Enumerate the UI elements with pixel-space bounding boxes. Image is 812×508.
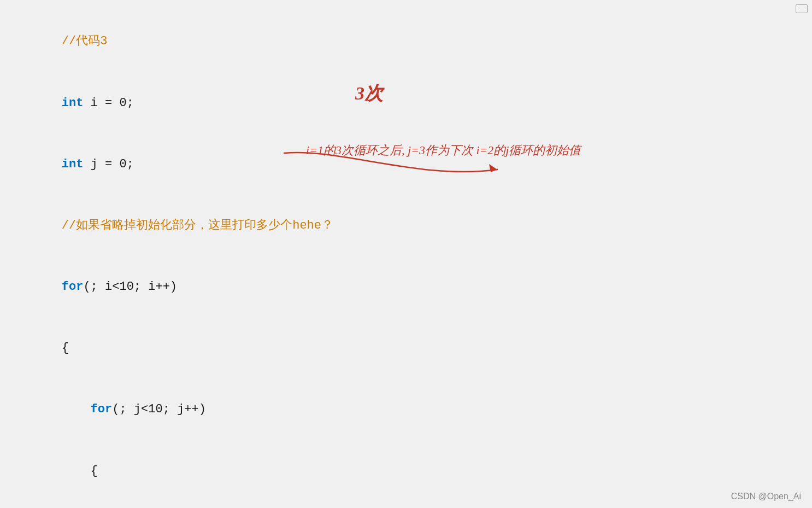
brace1-open: { <box>62 341 69 355</box>
code-line-brace1-open: { <box>33 318 779 379</box>
normal-j-val: j = 0; <box>83 157 133 171</box>
code-line-comment-q: //如果省略掉初始化部分，这里打印多少个hehe？ <box>33 195 779 256</box>
code-line-brace2-open: { <box>33 440 779 501</box>
indent-for2 <box>62 402 91 416</box>
code-line-int-i: int i = 0; <box>33 72 779 133</box>
normal-for1-cond: (; i<10; i++) <box>83 280 177 294</box>
code-line-for2: for(; j<10; j++) <box>33 379 779 440</box>
normal-i-val: i = 0; <box>83 96 133 110</box>
indent-brace2: { <box>62 464 98 478</box>
keyword-for2: for <box>91 402 113 416</box>
comment-question: //如果省略掉初始化部分，这里打印多少个hehe？ <box>62 219 333 232</box>
code-line-printf1: printf("hehe\n"); <box>33 501 779 508</box>
code-container: //代码3 int i = 0; int j = 0; //如果省略掉初始化部分… <box>0 0 812 508</box>
code-line-for1: for(; i<10; i++) <box>33 256 779 318</box>
comment-code3: //代码3 <box>62 34 108 48</box>
annotation-3-times: 3次 <box>355 81 383 106</box>
code-line-comment3: //代码3 <box>33 11 779 72</box>
keyword-int-i: int <box>62 96 84 110</box>
keyword-for1: for <box>62 280 84 294</box>
annotation-arrow-text: i=1的3次循环之后, j=3作为下次 i=2的j循环的初始值 <box>306 142 770 159</box>
footer-watermark: CSDN @Open_Ai <box>731 492 801 501</box>
keyword-int-j: int <box>62 157 84 171</box>
normal-for2-cond: (; j<10; j++) <box>112 402 206 416</box>
